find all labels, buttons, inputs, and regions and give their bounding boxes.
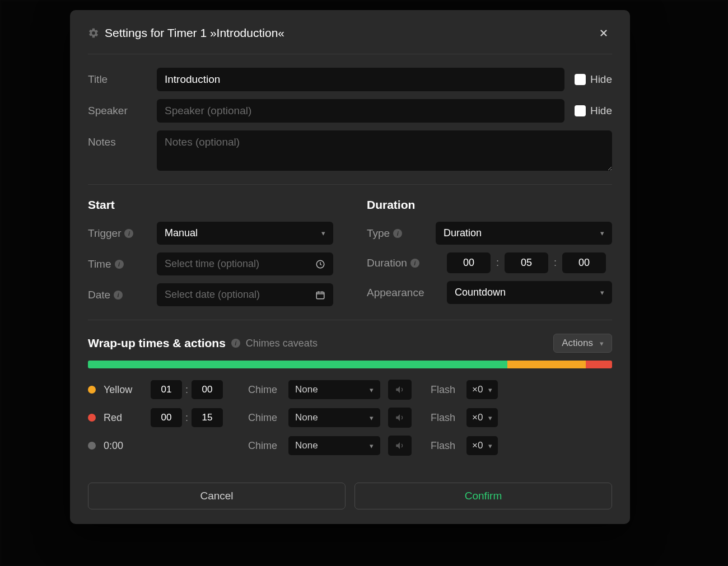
hide-title-checkbox[interactable] [575, 74, 586, 85]
flash-select[interactable]: ×0▾ [466, 380, 498, 399]
duration-seconds[interactable] [562, 252, 606, 273]
timing-section: Start Triggeri Manual ▾ Timei Select tim… [88, 185, 612, 320]
duration-hours[interactable] [447, 252, 491, 273]
wrapup-seconds[interactable] [192, 380, 223, 399]
chime-label: Chime [248, 412, 281, 424]
chevron-down-icon: ▾ [488, 414, 492, 422]
calendar-icon [315, 290, 325, 300]
trigger-select[interactable]: Manual ▾ [157, 222, 333, 245]
chevron-down-icon: ▾ [600, 339, 604, 348]
gear-icon [88, 27, 99, 39]
wrapup-minutes[interactable] [151, 408, 182, 427]
modal-header: Settings for Timer 1 »Introduction« [88, 26, 612, 54]
chevron-down-icon: ▾ [370, 442, 374, 450]
chimes-caveats-link[interactable]: Chimes caveats [246, 338, 318, 349]
preview-sound-button[interactable] [388, 408, 412, 428]
close-icon[interactable] [595, 26, 612, 40]
appearance-select[interactable]: Countdown ▾ [447, 281, 612, 304]
clock-icon [315, 259, 325, 269]
wrapup-row-label: 0:00 [104, 440, 143, 452]
title-input[interactable] [157, 68, 564, 91]
actions-dropdown[interactable]: Actions ▾ [553, 334, 612, 353]
chevron-down-icon: ▾ [321, 229, 325, 237]
notes-input[interactable] [157, 130, 612, 171]
wrapup-row: 0:00ChimeNone▾Flash×0▾ [88, 436, 612, 456]
chevron-down-icon: ▾ [488, 442, 492, 450]
cancel-button[interactable]: Cancel [88, 483, 346, 509]
info-icon[interactable]: i [114, 291, 123, 300]
chevron-down-icon: ▾ [600, 288, 604, 297]
progress-green [88, 361, 507, 368]
flash-label: Flash [431, 412, 459, 424]
time-label: Time [88, 258, 111, 270]
info-icon[interactable]: i [115, 260, 124, 269]
progress-bar [88, 361, 612, 368]
chime-select[interactable]: None▾ [288, 408, 380, 427]
wrapup-row: Red:ChimeNone▾Flash×0▾ [88, 408, 612, 428]
preview-sound-button[interactable] [388, 436, 412, 456]
notes-label: Notes [88, 130, 147, 148]
grey-dot-icon [88, 442, 96, 450]
modal-title: Settings for Timer 1 »Introduction« [105, 26, 590, 40]
trigger-label: Trigger [88, 227, 121, 240]
info-icon[interactable]: i [231, 339, 240, 348]
red-dot-icon [88, 414, 96, 422]
info-icon[interactable]: i [124, 229, 133, 238]
info-icon[interactable]: i [410, 259, 419, 268]
chevron-down-icon: ▾ [488, 386, 492, 394]
wrapup-minutes[interactable] [151, 380, 182, 399]
chime-label: Chime [248, 440, 281, 452]
flash-select[interactable]: ×0▾ [466, 436, 498, 455]
progress-red [586, 361, 612, 368]
flash-label: Flash [431, 384, 459, 396]
wrapup-row-label: Red [104, 412, 143, 424]
appearance-label: Appearance [367, 287, 437, 299]
modal-footer: Cancel Confirm [88, 483, 612, 509]
wrapup-seconds[interactable] [192, 408, 223, 427]
wrapup-row: Yellow:ChimeNone▾Flash×0▾ [88, 380, 612, 400]
duration-label: Duration [367, 257, 407, 269]
speaker-input[interactable] [157, 99, 564, 123]
hide-speaker-label: Hide [590, 105, 612, 117]
flash-select[interactable]: ×0▾ [466, 408, 498, 427]
hide-speaker-checkbox[interactable] [575, 105, 586, 116]
chevron-down-icon: ▾ [600, 229, 604, 237]
date-input[interactable]: Select date (optional) [157, 283, 333, 306]
title-label: Title [88, 73, 147, 86]
wrapup-section: Wrap-up times & actions i Chimes caveats… [88, 320, 612, 469]
time-input[interactable]: Select time (optional) [157, 252, 333, 275]
start-column: Start Triggeri Manual ▾ Timei Select tim… [88, 198, 333, 306]
svg-rect-1 [316, 292, 324, 298]
flash-label: Flash [431, 440, 459, 452]
preview-sound-button[interactable] [388, 380, 412, 400]
info-icon[interactable]: i [393, 229, 402, 238]
type-label: Type [367, 227, 390, 240]
chime-select[interactable]: None▾ [288, 436, 380, 455]
yellow-dot-icon [88, 386, 96, 394]
speaker-label: Speaker [88, 105, 147, 117]
duration-column: Duration Typei Duration ▾ Durationi : : [367, 198, 612, 306]
start-heading: Start [88, 198, 333, 212]
chevron-down-icon: ▾ [370, 414, 374, 422]
chevron-down-icon: ▾ [370, 386, 374, 394]
wrapup-row-label: Yellow [104, 384, 143, 396]
type-select[interactable]: Duration ▾ [436, 222, 612, 245]
confirm-button[interactable]: Confirm [354, 483, 612, 509]
timer-settings-modal: Settings for Timer 1 »Introduction« Titl… [70, 10, 630, 524]
duration-minutes[interactable] [505, 252, 548, 273]
duration-heading: Duration [367, 198, 612, 212]
hide-title-label: Hide [590, 73, 612, 86]
chime-select[interactable]: None▾ [288, 380, 380, 399]
chime-label: Chime [248, 384, 281, 396]
wrapup-heading: Wrap-up times & actions [88, 336, 226, 350]
basic-fields-section: Title Hide Speaker Hide Notes [88, 54, 612, 185]
date-label: Date [88, 289, 110, 301]
progress-yellow [507, 361, 586, 368]
